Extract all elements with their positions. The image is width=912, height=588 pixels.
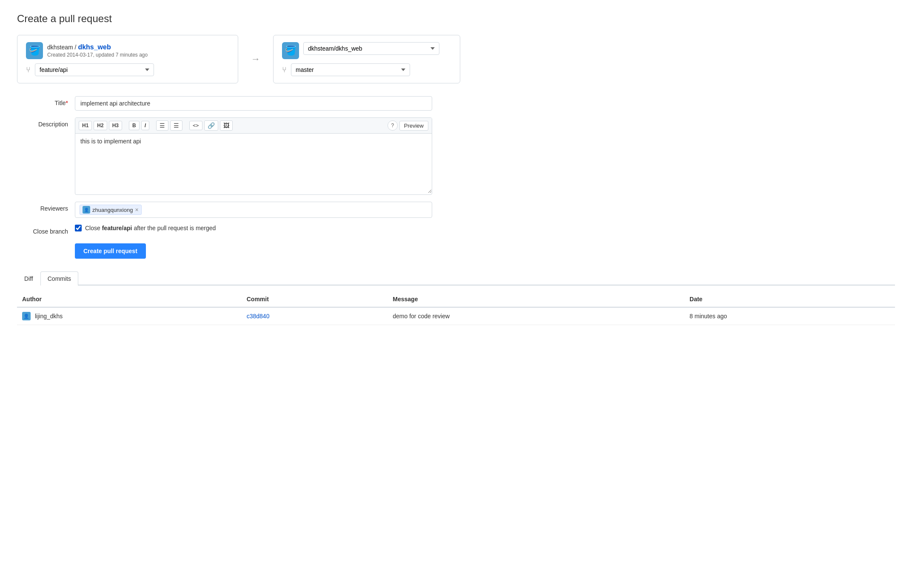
target-repo-select[interactable]: dkhsteam/dkhs_web [303, 42, 439, 55]
source-repo-org: dkhsteam [47, 44, 73, 51]
source-repo-display: dkhsteam / dkhs_web [47, 43, 148, 51]
required-marker: * [66, 100, 68, 106]
author-name: lijing_dkhs [35, 313, 63, 320]
page-title: Create a pull request [17, 13, 895, 25]
ol-button[interactable]: ☰ [170, 120, 182, 131]
table-body: 👤 lijing_dkhs c38d840 demo for code revi… [17, 307, 895, 325]
description-section: Description H1 H2 H3 B I ☰ ☰ <> 🔗 🖼 ? Pr… [17, 117, 485, 195]
h1-button[interactable]: H1 [79, 121, 92, 130]
target-branch-icon: ⑂ [282, 66, 287, 74]
reviewers-label: Reviewers [17, 202, 68, 212]
source-repo-avatar: 🪣 [26, 42, 43, 59]
ul-button[interactable]: ☰ [156, 120, 168, 131]
target-repo-avatar: 🪣 [282, 42, 299, 59]
table-header-row: Author Commit Message Date [17, 292, 895, 307]
link-button[interactable]: 🔗 [204, 120, 218, 131]
help-button[interactable]: ? [388, 120, 398, 131]
reviewer-remove[interactable]: × [135, 207, 138, 213]
reviewer-avatar: 👤 [83, 206, 90, 214]
target-branch-row: ⑂ master feature/api [282, 63, 451, 76]
author-cell: 👤 lijing_dkhs [22, 312, 237, 320]
col-author: Author [17, 292, 242, 307]
target-branch-select[interactable]: master feature/api [291, 63, 410, 76]
create-pull-request-button[interactable]: Create pull request [75, 243, 146, 259]
author-avatar: 👤 [22, 312, 31, 320]
close-branch-checkbox[interactable] [75, 225, 82, 231]
table-row: 👤 lijing_dkhs c38d840 demo for code revi… [17, 307, 895, 325]
bold-button[interactable]: B [129, 121, 140, 130]
col-message: Message [388, 292, 684, 307]
repo-selector-row: 🪣 dkhsteam / dkhs_web Created 2014-03-17… [17, 35, 895, 83]
pull-request-form: Title* Description H1 H2 H3 B I ☰ ☰ <> 🔗… [17, 96, 485, 259]
title-section: Title* [17, 96, 485, 111]
title-input[interactable] [75, 96, 432, 111]
cell-author: 👤 lijing_dkhs [17, 307, 242, 325]
arrow-connector: → [247, 54, 265, 65]
source-repo-link[interactable]: dkhs_web [78, 43, 111, 51]
col-date: Date [684, 292, 895, 307]
target-repo-name-area: dkhsteam/dkhs_web [303, 42, 451, 59]
description-label: Description [17, 117, 68, 128]
close-branch-text: Close feature/api after the pull request… [85, 225, 216, 231]
title-label: Title* [17, 96, 68, 106]
h3-button[interactable]: H3 [109, 121, 122, 130]
image-button[interactable]: 🖼 [220, 120, 233, 131]
source-repo-header: 🪣 dkhsteam / dkhs_web Created 2014-03-17… [26, 42, 229, 59]
commit-link[interactable]: c38d840 [247, 313, 270, 320]
tab-diff[interactable]: Diff [17, 271, 40, 285]
cell-commit: c38d840 [242, 307, 388, 325]
preview-button[interactable]: Preview [399, 121, 428, 131]
cell-message: demo for code review [388, 307, 684, 325]
tabs-row: Diff Commits [17, 271, 895, 285]
source-repo-box: 🪣 dkhsteam / dkhs_web Created 2014-03-17… [17, 35, 238, 83]
reviewer-name: zhuangqunxiong [92, 207, 133, 213]
source-branch-row: ⑂ feature/api master [26, 63, 229, 76]
close-branch-row: Close feature/api after the pull request… [75, 225, 216, 231]
close-branch-bold: feature/api [102, 225, 132, 231]
submit-section: Create pull request [17, 242, 485, 259]
description-textarea[interactable]: this is to implement api [75, 134, 432, 193]
source-repo-meta: Created 2014-03-17, updated 7 minutes ag… [47, 52, 148, 58]
cell-date: 8 minutes ago [684, 307, 895, 325]
description-toolbar: H1 H2 H3 B I ☰ ☰ <> 🔗 🖼 ? Preview [75, 118, 432, 134]
reviewer-tag: 👤 zhuangqunxiong × [80, 205, 142, 215]
close-branch-label: Close branch [17, 225, 68, 235]
source-branch-select[interactable]: feature/api master [35, 63, 154, 76]
tab-commits[interactable]: Commits [40, 271, 78, 285]
submit-label-spacer [17, 242, 68, 245]
close-branch-suffix: after the pull request is merged [132, 225, 216, 231]
table-head: Author Commit Message Date [17, 292, 895, 307]
close-branch-section: Close branch Close feature/api after the… [17, 225, 485, 235]
source-repo-name-block: dkhsteam / dkhs_web Created 2014-03-17, … [47, 43, 148, 58]
reviewers-section: Reviewers 👤 zhuangqunxiong × [17, 202, 485, 218]
col-commit: Commit [242, 292, 388, 307]
reviewers-input[interactable]: 👤 zhuangqunxiong × [75, 202, 432, 218]
target-repo-header: 🪣 dkhsteam/dkhs_web [282, 42, 451, 59]
commits-table: Author Commit Message Date 👤 lijing_dkhs… [17, 292, 895, 325]
target-repo-box: 🪣 dkhsteam/dkhs_web ⑂ master feature/api [273, 35, 460, 83]
h2-button[interactable]: H2 [94, 121, 107, 130]
source-branch-icon: ⑂ [26, 66, 31, 74]
code-button[interactable]: <> [189, 121, 202, 130]
description-wrapper: H1 H2 H3 B I ☰ ☰ <> 🔗 🖼 ? Preview this i… [75, 117, 432, 195]
italic-button[interactable]: I [141, 121, 149, 130]
